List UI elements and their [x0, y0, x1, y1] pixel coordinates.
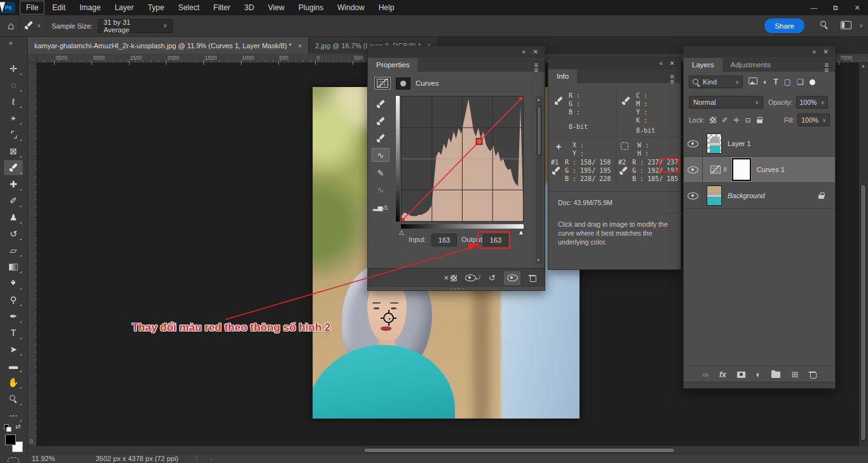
visibility-eye-icon[interactable] [684, 157, 703, 183]
new-group-icon[interactable] [771, 372, 780, 378]
panel-scrollbar-thumb[interactable] [537, 106, 541, 156]
object-selection-tool[interactable]: ⌖ [4, 111, 23, 126]
rectangle-tool[interactable]: ▬ [4, 358, 23, 373]
panel-scrollbar[interactable]: ▲ ▼ [536, 96, 542, 264]
fill-select[interactable]: 100% ∨ [797, 114, 830, 126]
clone-stamp-tool[interactable]: ♟ [4, 210, 23, 225]
filter-smart-objects-icon[interactable]: ❏ [797, 77, 804, 86]
close-icon[interactable]: ✕ [670, 60, 675, 67]
sample-size-select[interactable]: 31 by 31 Average ∨ [98, 19, 173, 33]
layer-name[interactable]: Background [728, 192, 765, 199]
pen-tool[interactable]: ✒ [4, 309, 23, 324]
tab-layers[interactable]: Layers [684, 58, 722, 72]
toggle-visibility-icon[interactable] [504, 271, 520, 285]
menu-image[interactable]: Image [74, 1, 106, 14]
new-layer-icon[interactable]: ⊞ [791, 370, 798, 379]
zoom-tool[interactable] [4, 391, 23, 406]
panel-header[interactable]: « ✕ [368, 46, 545, 58]
kind-filter-select[interactable]: Kind ∨ [689, 76, 743, 88]
document-tab-1[interactable]: kamyar-ghalamchi-AmuzHI_2r-k-unsplash.jp… [28, 37, 308, 54]
menu-plugins[interactable]: Plugins [293, 1, 329, 14]
close-button[interactable]: ✕ [846, 0, 868, 15]
search-icon[interactable] [820, 21, 829, 29]
panel-menu-icon[interactable]: ≡≡ [825, 62, 829, 72]
black-point-slider[interactable]: △ [399, 229, 404, 236]
eraser-tool[interactable]: ▱ [4, 243, 23, 258]
filter-adjustment-layers-icon[interactable]: ◐ [763, 77, 768, 86]
gray-point-eyedropper-icon[interactable] [372, 114, 390, 128]
close-icon[interactable]: ✕ [533, 48, 538, 55]
tab-adjustments[interactable]: Adjustments [722, 58, 779, 72]
menu-layer[interactable]: Layer [109, 1, 139, 14]
filter-toggle-icon[interactable] [810, 79, 815, 85]
collapse-icon[interactable]: « [522, 48, 526, 55]
lock-transparency-icon[interactable] [710, 117, 716, 123]
workspace-icon[interactable] [841, 21, 851, 29]
zoom-level[interactable]: 11.92% [32, 455, 55, 462]
curves-adjustment-thumbnail[interactable] [710, 164, 721, 175]
type-tool[interactable]: T [4, 325, 23, 340]
scroll-up-icon[interactable]: ▲ [536, 97, 541, 102]
pencil-curve-icon[interactable]: ✎ [372, 166, 390, 180]
lock-pixels-icon[interactable]: ✐ [722, 116, 728, 124]
delete-adjustment-icon[interactable] [529, 274, 536, 282]
layer-row-curves1[interactable]: ∞ Curves 1 [684, 157, 835, 183]
eyedropper-tool[interactable] [4, 160, 23, 175]
layer-row-layer1[interactable]: Layer 1 [684, 131, 835, 157]
default-colors-icon[interactable] [4, 424, 10, 431]
scroll-left-icon[interactable]: ‹ [210, 455, 212, 462]
panel-menu-icon[interactable]: ≡≡ [534, 62, 538, 72]
menu-file[interactable]: File [20, 1, 44, 14]
toolbar-options-tool[interactable]: ⋯ [4, 408, 23, 423]
menu-filter[interactable]: Filter [208, 1, 236, 14]
home-icon[interactable]: ⌂ [8, 20, 14, 32]
resize-grip[interactable]: • • • • [451, 286, 464, 290]
blur-tool[interactable]: ♠ [4, 276, 23, 291]
layer-effects-icon[interactable]: fx [719, 370, 726, 379]
panel-menu-icon[interactable]: ≡≡ [670, 74, 674, 84]
marquee-tool[interactable]: ◌ [4, 77, 23, 93]
vertical-scrollbar-thumb[interactable] [860, 184, 866, 441]
hand-tool[interactable]: ✋ [4, 375, 23, 390]
filter-image-layers-icon[interactable] [749, 77, 757, 86]
share-button[interactable]: Share [764, 18, 804, 33]
menu-help[interactable]: Help [373, 1, 400, 14]
curves-adjustment-icon[interactable] [374, 77, 391, 90]
vertical-scrollbar[interactable]: ▲ [859, 63, 868, 446]
histogram-clipping-icon[interactable]: ▂▅⚠ [372, 200, 390, 214]
layer-mask-thumbnail[interactable] [732, 158, 751, 181]
status-menu-chevron[interactable]: 〉 [195, 454, 201, 463]
frame-tool[interactable]: ⊠ [4, 144, 23, 159]
layer-row-background[interactable]: Background [684, 183, 835, 209]
layer-name[interactable]: Layer 1 [728, 140, 751, 147]
swap-colors-icon[interactable]: ⇄ [15, 423, 20, 430]
spot-healing-tool[interactable]: ✚ [4, 177, 23, 192]
layer-name[interactable]: Curves 1 [757, 166, 785, 173]
lock-position-icon[interactable]: ✛ [733, 116, 739, 124]
opacity-select[interactable]: 100% ∨ [796, 96, 829, 109]
horizontal-scrollbar[interactable] [28, 446, 868, 453]
filter-shape-layers-icon[interactable]: ▢ [784, 77, 791, 86]
collapse-panel-icon[interactable]: » [9, 39, 12, 46]
close-icon[interactable]: × [298, 42, 302, 50]
layer-mask-icon[interactable] [396, 77, 410, 90]
scroll-down-icon[interactable]: ▼ [536, 258, 541, 262]
black-point-eyedropper-icon[interactable] [372, 131, 390, 145]
dodge-tool[interactable]: ⚲ [4, 292, 23, 307]
curves-grid[interactable] [401, 96, 524, 222]
close-icon[interactable]: ✕ [824, 48, 829, 55]
eyedropper-preset-icon[interactable] [25, 22, 33, 30]
lock-all-icon[interactable] [757, 117, 763, 123]
minimize-button[interactable]: — [803, 0, 825, 15]
menu-window[interactable]: Window [332, 1, 370, 14]
panel-header[interactable]: « ✕ [684, 46, 835, 58]
layer-thumbnail[interactable] [707, 185, 722, 206]
new-adjustment-layer-icon[interactable]: ◐ [756, 370, 761, 379]
smooth-curve-icon[interactable]: ∿ [372, 183, 390, 197]
rgb-eyedropper-icon[interactable] [555, 97, 563, 107]
collapse-icon[interactable]: « [812, 48, 816, 55]
gradient-tool[interactable] [4, 259, 23, 274]
mask-link-icon[interactable]: ∞ [722, 167, 729, 172]
lock-artboard-icon[interactable]: ⊡ [745, 116, 751, 124]
clip-to-layer-icon[interactable]: ✕ [444, 274, 456, 281]
